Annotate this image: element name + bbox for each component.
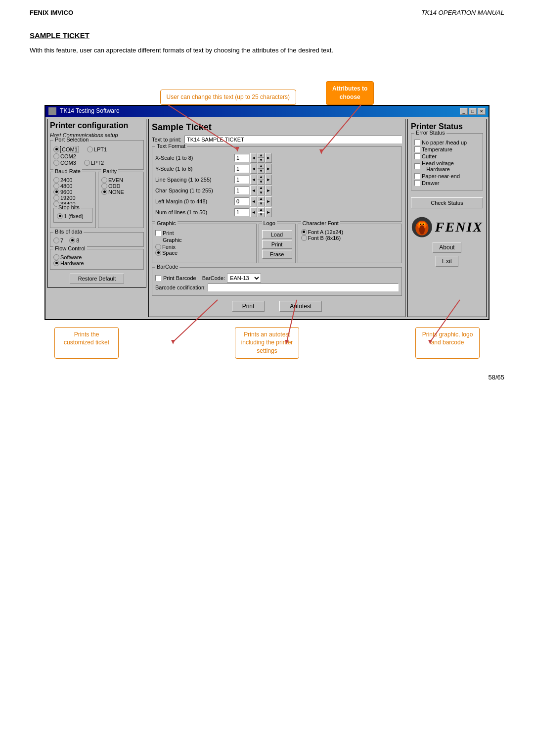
svg-point-10 <box>420 223 421 225</box>
char-font-label: Character Font <box>301 220 340 226</box>
radio-fonta[interactable]: Font A (12x24) <box>301 229 399 235</box>
check-status-btn[interactable]: Check Status <box>411 197 483 208</box>
charspacing-dn-btn[interactable]: ▼ <box>258 190 265 195</box>
titlebar-left: TK14 Testing Software <box>48 107 120 115</box>
codification-label: Barcode codification: <box>155 284 206 290</box>
radio-com1-input[interactable] <box>53 146 59 152</box>
text-to-print-input[interactable] <box>184 136 402 143</box>
print-graphic-row: Print <box>155 230 253 236</box>
bits-label: Bits of data <box>53 229 84 235</box>
titlebar-controls: _ □ ✕ <box>460 108 486 115</box>
numlines-input[interactable] <box>234 208 249 216</box>
numlines-up-btn[interactable]: ▲ <box>258 207 265 212</box>
radio-none[interactable]: NONE <box>101 189 140 195</box>
radio-9600[interactable]: 9600 <box>53 189 92 195</box>
codification-input[interactable] <box>208 284 399 291</box>
radio-hardware[interactable]: Hardware <box>53 260 140 266</box>
print-barcode-checkbox[interactable] <box>155 275 161 281</box>
temperature-checkbox[interactable] <box>414 146 420 152</box>
radio-19200[interactable]: 19200 <box>53 195 92 201</box>
radio-fontb[interactable]: Font B (8x16) <box>301 235 399 241</box>
print-btn[interactable]: Print <box>232 301 265 312</box>
exit-btn[interactable]: Exit <box>436 256 458 267</box>
linespacing-dec-btn[interactable]: ◄ <box>250 175 257 185</box>
no-paper-checkbox[interactable] <box>414 140 420 145</box>
graphic-label: Graphic <box>155 220 178 226</box>
maximize-btn[interactable]: □ <box>469 108 477 115</box>
leftmargin-input[interactable] <box>234 197 249 205</box>
linespacing-dn-btn[interactable]: ▼ <box>258 180 265 185</box>
radio-lpt1-input[interactable] <box>87 146 93 152</box>
charspacing-dec-btn[interactable]: ◄ <box>250 186 257 195</box>
erase-btn[interactable]: Erase <box>262 250 292 259</box>
load-btn[interactable]: Load <box>262 230 292 239</box>
baud-rate-group: Baud Rate 2400 4800 9600 19200 38400 Sto… <box>50 172 96 228</box>
leftmargin-up-btn[interactable]: ▲ <box>258 196 265 201</box>
logo-group: Logo Load Print Erase <box>259 224 296 263</box>
leftmargin-inc-btn[interactable]: ► <box>265 196 272 206</box>
linespacing-inc-btn[interactable]: ► <box>265 175 272 185</box>
radio-4800[interactable]: 4800 <box>53 183 92 189</box>
print-graphic-checkbox[interactable] <box>155 230 161 236</box>
xscale-inc-btn[interactable]: ► <box>265 153 272 163</box>
radio-software[interactable]: Software <box>53 254 140 260</box>
radio-com2[interactable]: COM2 <box>53 153 76 159</box>
yscale-inc-btn[interactable]: ► <box>265 164 272 174</box>
baud-rate-label: Baud Rate <box>53 168 82 174</box>
xscale-input[interactable] <box>234 154 249 162</box>
yscale-dec-btn[interactable]: ◄ <box>250 164 257 174</box>
prints-customized-annotation: Prints the customized ticket <box>54 327 119 359</box>
radio-2400[interactable]: 2400 <box>53 177 92 183</box>
radio-odd[interactable]: ODD <box>101 183 140 189</box>
radio-even[interactable]: EVEN <box>101 177 140 183</box>
radio-lpt1[interactable]: LPT1 <box>87 146 107 152</box>
charspacing-up-btn[interactable]: ▲ <box>258 186 265 190</box>
radio-com3-input[interactable] <box>53 160 59 166</box>
radio-1fixed[interactable]: 1 (fixed) <box>57 213 89 219</box>
charspacing-inc-btn[interactable]: ► <box>265 186 272 195</box>
text-format-group: Text Format X-Scale (1 to 8) ◄ ▲ ▼ <box>152 146 402 222</box>
radio-lpt2-input[interactable] <box>84 160 90 166</box>
linespacing-input[interactable] <box>234 176 249 184</box>
radio-lpt2[interactable]: LPT2 <box>84 160 104 166</box>
drawer-checkbox[interactable] <box>414 180 420 186</box>
radio-com1[interactable]: COM1 <box>53 146 79 153</box>
cutter-checkbox[interactable] <box>414 153 420 159</box>
radio-com3[interactable]: COM3 <box>53 160 76 166</box>
about-btn[interactable]: About <box>433 242 461 253</box>
minimize-btn[interactable]: _ <box>460 108 468 115</box>
charspacing-label: Char Spacing (1 to 255) <box>155 188 234 193</box>
barcode-select[interactable]: EAN-13 EAN-8 CODE39 <box>227 274 261 283</box>
graphic-group: Graphic Print Graphic Fenix Space <box>152 224 257 263</box>
yscale-input[interactable] <box>234 165 249 173</box>
xscale-dec-btn[interactable]: ◄ <box>250 153 257 163</box>
numlines-dn-btn[interactable]: ▼ <box>258 212 265 217</box>
bottom-action-buttons: Print Autotest <box>152 299 402 314</box>
radio-fenix[interactable]: Fenix <box>155 244 253 250</box>
yscale-dn-btn[interactable]: ▼ <box>258 169 265 174</box>
sample-ticket-title: Sample Ticket <box>152 122 402 133</box>
leftmargin-dn-btn[interactable]: ▼ <box>258 201 265 206</box>
head-voltage-checkbox[interactable] <box>414 163 420 169</box>
codification-row: Barcode codification: <box>155 284 399 291</box>
numlines-inc-btn[interactable]: ► <box>265 207 272 217</box>
yscale-up-btn[interactable]: ▲ <box>258 164 265 169</box>
close-btn[interactable]: ✕ <box>478 108 486 115</box>
autotest-btn[interactable]: Autotest <box>279 301 322 312</box>
xscale-up-btn[interactable]: ▲ <box>258 153 265 158</box>
printer-status-panel: Printer Status Error Status No paper /he… <box>407 119 487 317</box>
bottom-annotations: Prints the customized ticket Prints an a… <box>44 327 490 359</box>
radio-space[interactable]: Space <box>155 250 253 256</box>
restore-default-btn[interactable]: Restore Default <box>70 274 124 284</box>
logo-print-btn[interactable]: Print <box>262 240 292 249</box>
radio-8bits[interactable]: 8 <box>69 237 79 243</box>
paper-near-end-checkbox[interactable] <box>414 173 420 179</box>
radio-7bits[interactable]: 7 <box>53 237 63 243</box>
leftmargin-dec-btn[interactable]: ◄ <box>250 196 257 206</box>
temperature-row: Temperature <box>414 146 480 152</box>
radio-com2-input[interactable] <box>53 153 59 159</box>
charspacing-input[interactable] <box>234 187 249 194</box>
linespacing-up-btn[interactable]: ▲ <box>258 175 265 180</box>
numlines-dec-btn[interactable]: ◄ <box>250 207 257 217</box>
xscale-dn-btn[interactable]: ▼ <box>258 158 265 163</box>
